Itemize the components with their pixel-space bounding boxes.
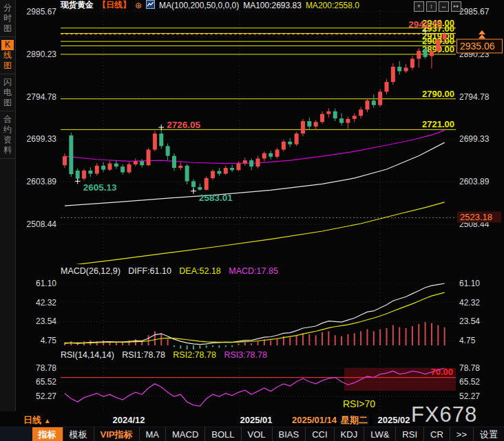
rsi-y-axis-label-left: 52.27 bbox=[36, 391, 56, 401]
chart-style-icon[interactable] bbox=[146, 0, 155, 11]
sidebar-tab-char: 线 bbox=[0, 50, 15, 61]
price-annotation: 2605.13 bbox=[83, 182, 117, 193]
candle-body bbox=[191, 181, 196, 186]
rsi-params-label[interactable]: RSI(14,14,14) bbox=[61, 350, 114, 360]
rsi-y-axis-label-right: 52.27 bbox=[459, 391, 480, 401]
sidebar-tab-char: 合 bbox=[0, 114, 15, 125]
period-tag[interactable]: 【日线】 bbox=[98, 0, 131, 11]
candle-body bbox=[217, 171, 221, 174]
toolbar-item->>[interactable]: >> bbox=[450, 427, 473, 441]
macd-y-axis-label-right: 23.54 bbox=[459, 316, 480, 326]
x-axis-month-label: 2025/02 bbox=[378, 415, 410, 425]
toolbar-item-VIP指标[interactable]: VIP指标 bbox=[94, 427, 139, 441]
candle-body bbox=[397, 67, 401, 71]
toolbar-item-BOLL[interactable]: BOLL bbox=[204, 427, 240, 441]
macd-dea-line bbox=[65, 292, 445, 343]
candle-body bbox=[166, 146, 170, 155]
candle-body bbox=[82, 171, 86, 179]
rsi2-value: RSI2:78.78 bbox=[173, 350, 216, 360]
main-y-axis-label-left: 2603.89 bbox=[27, 177, 57, 186]
toolbar-item-CCI[interactable]: CCI bbox=[305, 427, 333, 441]
price-annotation: 2726.05 bbox=[167, 120, 200, 130]
candle-body bbox=[120, 166, 125, 172]
macd-hist-bar bbox=[315, 335, 317, 345]
crosshair-tool-icon[interactable]: + bbox=[414, 1, 424, 12]
candle-body bbox=[243, 160, 247, 164]
macd-hist-bar bbox=[199, 345, 200, 349]
toolbar-item-CR[interactable]: CR bbox=[423, 427, 450, 441]
sidebar-tab-3[interactable]: 合约资料 bbox=[0, 111, 15, 159]
toolbar-item-VOL[interactable]: VOL bbox=[241, 427, 272, 441]
toolbar-item-KDJ[interactable]: KDJ bbox=[334, 427, 364, 441]
macd-hist-bar bbox=[225, 345, 227, 347]
macd-y-axis-label-right: 4.75 bbox=[459, 336, 476, 345]
toolbar-item-MACD[interactable]: MACD bbox=[165, 427, 204, 441]
pan-right-icon[interactable]: ↦ bbox=[451, 1, 461, 12]
toolbar-item-BIAS[interactable]: BIAS bbox=[272, 427, 306, 441]
sidebar-tab-2[interactable]: 闪电图 bbox=[0, 74, 15, 111]
macd-dea-value: DEA:52.18 bbox=[179, 266, 220, 276]
candle-body bbox=[107, 164, 112, 170]
main-y-axis-label-right: 2603.89 bbox=[459, 177, 490, 186]
left-sidebar: 分时图K线图闪电图合约资料 bbox=[0, 0, 16, 411]
macd-header: MACD(26,12,9) DIFF:61.10 DEA:52.18 MACD:… bbox=[61, 266, 284, 276]
candle-body bbox=[307, 121, 311, 127]
candle-body bbox=[140, 161, 144, 165]
toolbar-item-RSI[interactable]: RSI bbox=[395, 427, 423, 441]
sidebar-tab-char: 时 bbox=[0, 13, 15, 23]
macd-hist-bar bbox=[135, 339, 136, 345]
candle-body bbox=[185, 166, 189, 182]
macd-hist-bar bbox=[270, 341, 271, 345]
macd-hist-bar bbox=[360, 331, 361, 345]
macd-hist-bar bbox=[302, 333, 304, 345]
macd-hist-bar bbox=[218, 345, 220, 348]
candle-body bbox=[178, 166, 182, 168]
candle-body bbox=[224, 168, 228, 173]
sidebar-tab-char: 电 bbox=[0, 87, 15, 98]
main-y-axis-label-left: 2699.33 bbox=[27, 134, 57, 144]
candle-body bbox=[436, 40, 440, 52]
main-y-axis-label-right: 2985.67 bbox=[459, 7, 490, 17]
macd-hist-bar bbox=[354, 333, 355, 345]
macd-y-axis-label-left: 42.32 bbox=[36, 298, 56, 308]
candle-body bbox=[365, 100, 369, 109]
price-annotation: 2942.70 bbox=[408, 19, 442, 30]
rsi3-value: RSI3:78.78 bbox=[224, 350, 267, 360]
sidebar-tab-0[interactable]: 分时图 bbox=[0, 0, 15, 37]
rsi-overbought-note: RSI>70 bbox=[343, 398, 375, 409]
candle-body bbox=[314, 122, 318, 126]
toolbar-corner bbox=[0, 427, 32, 441]
zoom-horizontal-icon[interactable]: ↔ bbox=[439, 1, 449, 12]
add-compare-icon[interactable]: ⊕ bbox=[135, 1, 142, 10]
toolbar-item-设置[interactable]: 设置 bbox=[473, 427, 504, 441]
candle-body bbox=[101, 166, 105, 170]
toolbar-item-模板[interactable]: 模板 bbox=[63, 427, 94, 441]
sidebar-tab-1[interactable]: K线图 bbox=[0, 37, 15, 74]
toolbar-item-指标[interactable]: 指标 bbox=[32, 427, 63, 441]
candle-body bbox=[443, 34, 447, 40]
main-y-axis-label-right: 2794.78 bbox=[459, 92, 490, 102]
selected-date: 2025/01/14 bbox=[292, 415, 337, 425]
macd-hist-bar bbox=[366, 329, 368, 345]
toolbar-item-MA[interactable]: MA bbox=[139, 427, 166, 441]
zoom-vertical-icon[interactable]: ↕ bbox=[426, 1, 437, 12]
candle-body bbox=[339, 118, 344, 122]
macd-params-label[interactable]: MACD(26,12,9) bbox=[61, 266, 120, 276]
macd-hist-bar bbox=[193, 345, 194, 349]
macd-diff-line bbox=[65, 283, 445, 345]
toolbar-item-LW&[interactable]: LW& bbox=[364, 427, 395, 441]
candle-body bbox=[262, 153, 266, 159]
sidebar-tab-char: 图 bbox=[0, 23, 15, 34]
candle-body bbox=[282, 142, 286, 150]
chart-canvas[interactable]: 2985.672985.672890.232890.232794.782794.… bbox=[0, 0, 504, 441]
candle-body bbox=[256, 158, 260, 166]
candle-body bbox=[326, 111, 330, 114]
macd-hist-bar bbox=[238, 343, 239, 345]
x-axis-month-label: 2024/12 bbox=[113, 415, 145, 425]
period-selector[interactable]: 日线 ▲ bbox=[23, 414, 51, 427]
ma-settings-label[interactable]: MA(100,200,50,0,0,0) bbox=[159, 1, 239, 10]
macd-y-axis-label-left: 23.54 bbox=[36, 316, 56, 326]
macd-hist-bar bbox=[251, 343, 252, 345]
candle-body bbox=[333, 111, 337, 118]
ma-line-MA100 bbox=[65, 142, 445, 206]
